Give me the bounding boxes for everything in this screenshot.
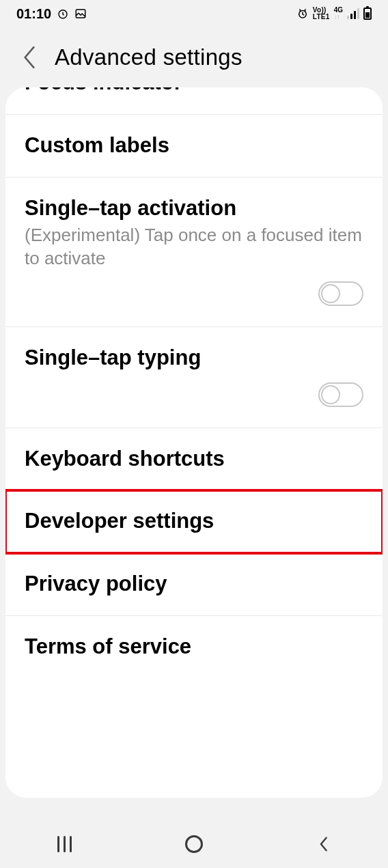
home-icon (185, 835, 203, 853)
toggle-knob (321, 284, 340, 303)
toggle-single-tap-typing[interactable] (318, 382, 363, 407)
app-bar: Advanced settings (0, 27, 388, 87)
row-title: Single–tap typing (25, 345, 363, 372)
clock: 01:10 (16, 6, 51, 22)
row-title: Keyboard shortcuts (25, 446, 363, 473)
row-title: Developer settings (25, 508, 363, 535)
row-focus-indicator[interactable]: Focus indicator (5, 87, 383, 115)
nav-home-button[interactable] (167, 827, 221, 861)
row-title: Terms of service (25, 634, 363, 660)
row-subtitle: (Experimental) Tap once on a focused ite… (25, 224, 363, 270)
settings-card: Focus indicator Custom labels Single–tap… (5, 87, 383, 798)
row-terms-of-service[interactable]: Terms of service (5, 616, 383, 678)
settings-list: Focus indicator Custom labels Single–tap… (5, 87, 383, 678)
gallery-icon (74, 8, 87, 20)
row-single-tap-typing[interactable]: Single–tap typing (5, 327, 383, 428)
status-left: 01:10 (16, 6, 87, 22)
status-bar: 01:10 Vo)) LTE1 4G ↓↑ (0, 0, 388, 27)
signal-icon (347, 8, 359, 19)
toggle-single-tap-activation[interactable] (318, 281, 363, 306)
row-privacy-policy[interactable]: Privacy policy (5, 553, 383, 616)
alarm-icon (296, 8, 309, 20)
data-indicator: 4G ↓↑ (334, 7, 343, 20)
alarm-set-icon (57, 8, 69, 20)
battery-icon (363, 8, 372, 20)
system-nav-bar (0, 820, 388, 868)
row-single-tap-activation[interactable]: Single–tap activation (Experimental) Tap… (5, 178, 383, 327)
row-title: Custom labels (25, 132, 363, 159)
row-title: Privacy policy (25, 571, 363, 598)
row-custom-labels[interactable]: Custom labels (5, 115, 383, 178)
page-title: Advanced settings (55, 44, 242, 70)
back-icon (316, 835, 330, 854)
row-title: Focus indicator (25, 87, 363, 96)
toggle-knob (321, 385, 340, 404)
nav-recents-button[interactable] (38, 827, 92, 861)
recents-icon (57, 836, 72, 852)
row-keyboard-shortcuts[interactable]: Keyboard shortcuts (5, 428, 383, 491)
row-title: Single–tap activation (25, 195, 363, 222)
back-button[interactable] (20, 44, 38, 70)
screen: 01:10 Vo)) LTE1 4G ↓↑ (0, 0, 388, 868)
nav-back-button[interactable] (296, 827, 350, 861)
volte-indicator: Vo)) LTE1 (313, 7, 330, 20)
row-developer-settings[interactable]: Developer settings (5, 490, 383, 553)
status-right: Vo)) LTE1 4G ↓↑ (296, 7, 372, 20)
